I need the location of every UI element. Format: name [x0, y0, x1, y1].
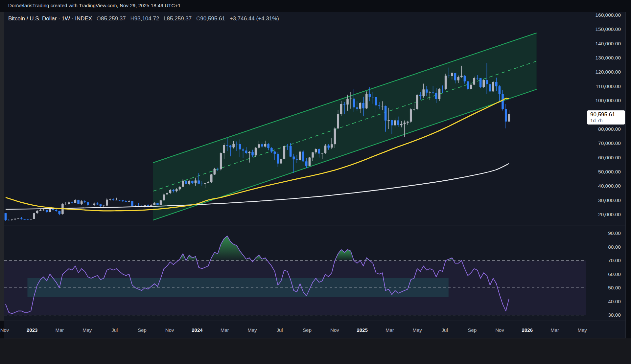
candle-body[interactable] [134, 206, 137, 206]
candle-body[interactable] [324, 146, 327, 153]
candle-body[interactable] [128, 201, 130, 202]
candle-body[interactable] [217, 169, 219, 170]
candle-body[interactable] [17, 218, 19, 219]
candle-body[interactable] [267, 144, 269, 148]
candle-body[interactable] [191, 181, 194, 183]
candle-body[interactable] [283, 146, 286, 159]
candle-body[interactable] [223, 145, 225, 153]
candle-body[interactable] [435, 93, 437, 99]
candle-body[interactable] [315, 149, 317, 152]
candle-body[interactable] [258, 144, 260, 148]
candle-body[interactable] [292, 157, 295, 160]
candle-body[interactable] [419, 95, 422, 96]
candle-body[interactable] [318, 149, 320, 153]
symbol-name[interactable]: Bitcoin / U.S. Dollar [8, 15, 57, 22]
candle-body[interactable] [214, 169, 216, 174]
candle-body[interactable] [71, 202, 73, 203]
rsi-chart[interactable] [4, 225, 586, 321]
candle-body[interactable] [204, 183, 206, 184]
candle-body[interactable] [489, 84, 491, 91]
candle-body[interactable] [58, 211, 61, 214]
candle-body[interactable] [312, 152, 314, 158]
candle-body[interactable] [229, 146, 232, 147]
candle-body[interactable] [195, 180, 197, 183]
candle-body[interactable] [280, 159, 282, 164]
candle-body[interactable] [68, 202, 70, 204]
candle-body[interactable] [482, 80, 485, 87]
candle-body[interactable] [375, 97, 377, 105]
candle-body[interactable] [505, 109, 507, 122]
candle-body[interactable] [109, 199, 111, 200]
candle-body[interactable] [274, 151, 276, 154]
candle-body[interactable] [460, 76, 463, 77]
candle-body[interactable] [404, 123, 406, 124]
candle-body[interactable] [5, 213, 7, 220]
candle-body[interactable] [448, 76, 450, 76]
candle-body[interactable] [248, 152, 251, 153]
candle-body[interactable] [210, 174, 213, 182]
candle-body[interactable] [464, 76, 466, 81]
candle-body[interactable] [27, 219, 29, 219]
candle-body[interactable] [305, 161, 308, 166]
candle-body[interactable] [255, 148, 257, 155]
candle-body[interactable] [451, 73, 453, 76]
candle-body[interactable] [42, 210, 45, 210]
candle-body[interactable] [441, 89, 444, 89]
candle-body[interactable] [286, 146, 289, 146]
candle-body[interactable] [309, 158, 311, 166]
candle-body[interactable] [492, 82, 494, 91]
candle-body[interactable] [169, 190, 172, 193]
candle-body[interactable] [65, 204, 67, 204]
candlestick-chart[interactable] [4, 12, 586, 225]
candle-body[interactable] [479, 78, 482, 87]
candle-body[interactable] [457, 77, 459, 80]
candle-body[interactable] [24, 219, 26, 219]
candle-body[interactable] [239, 144, 241, 149]
trend-channel-fill[interactable] [153, 33, 537, 220]
candle-body[interactable] [81, 201, 83, 204]
candle-body[interactable] [156, 203, 159, 205]
candle-body[interactable] [473, 78, 476, 84]
candle-body[interactable] [207, 182, 209, 183]
price-pane[interactable] [4, 12, 586, 225]
candle-body[interactable] [188, 181, 191, 184]
candle-body[interactable] [359, 103, 362, 109]
candle-body[interactable] [131, 201, 133, 206]
candle-body[interactable] [362, 103, 364, 108]
candle-body[interactable] [163, 194, 165, 200]
candle-body[interactable] [385, 106, 387, 121]
candle-body[interactable] [467, 81, 469, 89]
candle-body[interactable] [432, 92, 434, 93]
candle-body[interactable] [372, 97, 374, 97]
candle-body[interactable] [495, 82, 498, 86]
candle-body[interactable] [290, 146, 292, 157]
candle-body[interactable] [36, 211, 38, 213]
candle-body[interactable] [166, 193, 168, 194]
candle-body[interactable] [499, 86, 501, 94]
candle-body[interactable] [122, 200, 124, 201]
candle-body[interactable] [14, 219, 16, 220]
rsi-pane[interactable] [4, 225, 586, 321]
candle-body[interactable] [112, 199, 114, 200]
candle-body[interactable] [77, 200, 80, 204]
candle-body[interactable] [397, 120, 399, 125]
candle-body[interactable] [413, 109, 415, 109]
candle-body[interactable] [296, 159, 298, 160]
candle-body[interactable] [321, 153, 323, 154]
candle-body[interactable] [11, 219, 13, 220]
candle-body[interactable] [438, 89, 441, 99]
candle-body[interactable] [356, 107, 358, 109]
candle-body[interactable] [90, 205, 92, 205]
candle-body[interactable] [46, 210, 48, 212]
price-axis[interactable]: 90,595.61 1d 7h 160,000.00150,000.00140,… [586, 12, 625, 338]
candle-body[interactable] [125, 201, 127, 202]
candle-body[interactable] [150, 205, 152, 206]
candle-body[interactable] [394, 120, 396, 125]
candle-body[interactable] [33, 213, 35, 219]
candle-body[interactable] [100, 204, 102, 206]
candle-body[interactable] [410, 109, 412, 122]
candle-body[interactable] [147, 205, 149, 206]
candle-body[interactable] [299, 151, 301, 160]
candle-body[interactable] [232, 144, 235, 147]
candle-body[interactable] [261, 144, 263, 147]
